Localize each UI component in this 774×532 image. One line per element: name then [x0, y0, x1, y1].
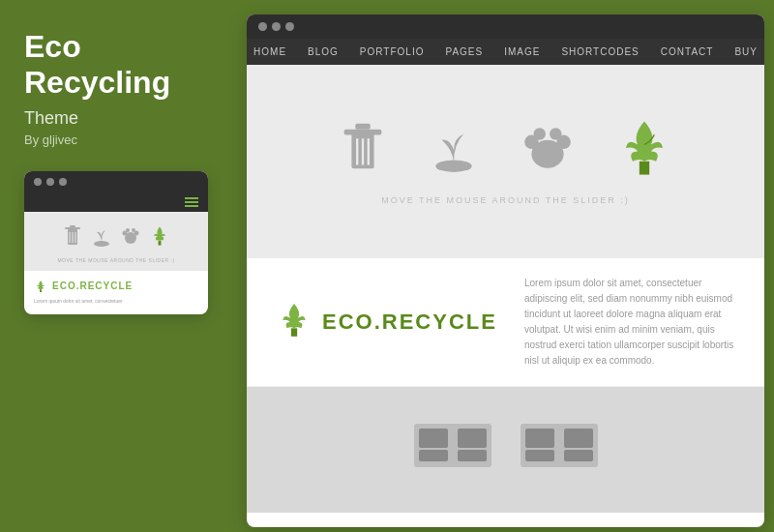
light-svg-1	[409, 419, 496, 477]
desktop-nav: HOME BLOG PORTFOLIO PAGES IMAGE SHORTCOD…	[247, 39, 764, 65]
svg-rect-1	[65, 227, 80, 229]
svg-rect-15	[343, 130, 381, 135]
svg-point-10	[126, 228, 130, 232]
mobile-card-header	[24, 171, 208, 192]
mobile-tree-logo-icon	[34, 279, 47, 294]
nav-home[interactable]: HOME	[253, 46, 286, 57]
svg-rect-16	[355, 124, 370, 130]
product-title: Eco Recycling	[24, 29, 213, 101]
product-subtitle: Theme	[24, 108, 213, 129]
svg-rect-29	[419, 429, 448, 448]
dot-1	[34, 178, 42, 186]
window-dot-1	[258, 22, 267, 31]
nav-pages[interactable]: PAGES	[445, 46, 483, 57]
paw-icon-large	[520, 122, 576, 174]
desktop-preview: HOME BLOG PORTFOLIO PAGES IMAGE SHORTCOD…	[247, 15, 764, 527]
window-dot-2	[272, 22, 281, 31]
svg-rect-26	[639, 162, 648, 175]
desktop-slider: MOVE THE MOUSE AROUND THE SLIDER :)	[247, 65, 764, 258]
nav-buy[interactable]: BUY	[734, 46, 758, 57]
light-fixture-1	[409, 419, 496, 481]
nav-portfolio[interactable]: PORTFOLIO	[360, 46, 425, 57]
svg-rect-35	[564, 429, 593, 448]
svg-point-24	[533, 128, 545, 139]
mobile-preview-card: MOVE THE MOUSE AROUND THE SLIDER :) ECO.…	[24, 171, 208, 314]
logo-description: Lorem ipsum dolor sit amet, consectetuer…	[524, 276, 735, 369]
svg-rect-37	[564, 450, 593, 461]
brand-tree-icon	[276, 301, 313, 343]
svg-rect-31	[419, 450, 448, 461]
window-dot-3	[285, 22, 294, 31]
nav-image[interactable]: IMAGE	[504, 46, 540, 57]
tree-icon-green-small	[149, 224, 170, 248]
logo-text: ECO.RECYCLE	[322, 310, 497, 335]
svg-rect-27	[291, 328, 297, 336]
nav-blog[interactable]: BLOG	[308, 46, 339, 57]
author-label: By gljivec	[24, 133, 213, 147]
svg-rect-2	[70, 225, 75, 227]
dot-3	[59, 178, 67, 186]
tree-icon-green-large	[614, 118, 674, 178]
svg-rect-30	[458, 429, 487, 448]
svg-rect-12	[159, 241, 162, 245]
trash-icon-large	[338, 120, 388, 176]
lighting-fixtures	[409, 419, 603, 481]
brand-logo: ECO.RECYCLE	[276, 301, 497, 343]
svg-rect-34	[525, 429, 554, 448]
mobile-slider	[24, 212, 208, 254]
light-fixture-2	[516, 419, 603, 481]
desktop-window-header	[247, 15, 764, 39]
nav-shortcodes[interactable]: SHORTCODES	[561, 46, 639, 57]
light-svg-2	[516, 419, 603, 477]
mobile-content: Lorem ipsum dolor sit amet, consectetuer	[24, 298, 208, 314]
svg-point-11	[132, 228, 135, 232]
slider-caption: MOVE THE MOUSE AROUND THE SLIDER :)	[381, 195, 630, 205]
hamburger-icon	[185, 197, 198, 207]
svg-rect-13	[40, 289, 42, 292]
dot-2	[46, 178, 54, 186]
mobile-slider-caption: MOVE THE MOUSE AROUND THE SLIDER :)	[24, 254, 208, 271]
svg-point-25	[550, 128, 561, 139]
nav-contact[interactable]: CONTACT	[661, 46, 714, 57]
trash-icon	[62, 223, 83, 249]
desktop-logo-section: ECO.RECYCLE Lorem ipsum dolor sit amet, …	[247, 258, 764, 387]
slider-icons	[338, 118, 674, 178]
sidebar: Eco Recycling Theme By gljivec	[0, 0, 237, 532]
paw-icon	[120, 225, 141, 247]
mobile-nav-bar	[24, 192, 208, 212]
desktop-bottom-section	[247, 387, 764, 513]
hand-plant-icon-large	[427, 122, 481, 174]
mobile-logo: ECO.RECYCLE	[24, 271, 208, 298]
mobile-logo-text: ECO.RECYCLE	[52, 281, 133, 291]
svg-rect-36	[525, 450, 554, 461]
hand-plant-icon	[91, 224, 112, 248]
svg-rect-32	[458, 450, 487, 461]
